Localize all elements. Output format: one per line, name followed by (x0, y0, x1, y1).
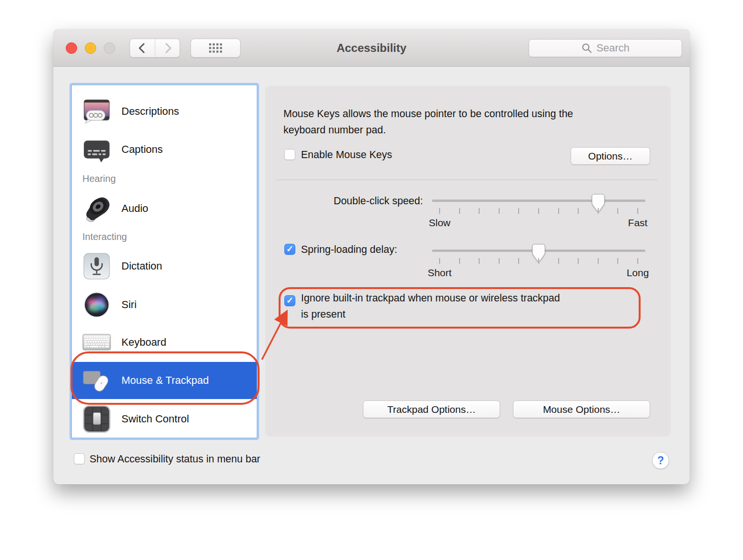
slider-tick (479, 258, 480, 264)
slider-tick (538, 208, 539, 214)
audio-icon (82, 194, 111, 223)
back-button[interactable] (130, 39, 155, 57)
slider-min-label: Short (428, 267, 452, 279)
sidebar-item-label: Switch Control (121, 413, 189, 425)
trackpad-options-button[interactable]: Trackpad Options… (363, 400, 500, 418)
sidebar-item-dictation[interactable]: Dictation (72, 248, 257, 285)
sidebar-item-descriptions[interactable]: Descriptions (72, 93, 257, 130)
slider-tick (518, 208, 519, 214)
slider-track[interactable] (432, 200, 645, 202)
navigation-buttons (130, 39, 180, 58)
slider-tick (617, 258, 618, 264)
double-click-speed-slider[interactable]: Slow Fast (432, 195, 645, 230)
sidebar-item-audio[interactable]: Audio (72, 190, 257, 227)
double-click-speed-label: Double-click speed: (265, 195, 423, 207)
ignore-builtin-trackpad-checkbox[interactable] (284, 295, 295, 306)
sidebar-section-hearing: Hearing (72, 171, 257, 186)
spring-loading-slider[interactable]: Short Long (432, 245, 645, 280)
spring-loading-label: Spring-loading delay: (301, 243, 397, 256)
sidebar-item-label: Descriptions (121, 105, 179, 118)
slider-tick (558, 208, 559, 214)
mouse-options-button[interactable]: Mouse Options… (513, 400, 650, 418)
mouse-keys-options-button[interactable]: Options… (571, 147, 650, 165)
enable-mouse-keys-label: Enable Mouse Keys (301, 149, 392, 161)
slider-min-label: Slow (429, 217, 451, 229)
spring-loading-checkbox[interactable] (284, 244, 295, 255)
slider-ticks (440, 258, 638, 264)
slider-tick (617, 208, 618, 214)
chevron-left-icon (136, 41, 149, 55)
switch-control-icon (82, 404, 111, 434)
help-question-mark: ? (657, 454, 664, 467)
slider-tick (578, 258, 579, 264)
enable-mouse-keys-checkbox[interactable] (284, 149, 295, 160)
slider-tick (499, 258, 500, 264)
slider-tick (479, 208, 480, 214)
slider-tick (598, 208, 599, 214)
sidebar-item-switch-control[interactable]: Switch Control (72, 400, 257, 438)
slider-tick (499, 208, 500, 214)
slider-max-label: Long (627, 267, 649, 279)
mouse-keys-description: Mouse Keys allows the mouse pointer to b… (283, 106, 573, 138)
sidebar-item-label: Siri (121, 299, 137, 311)
help-button[interactable]: ? (652, 452, 669, 469)
sidebar-item-label: Keyboard (121, 336, 166, 349)
slider-tick (459, 208, 460, 214)
chevron-right-icon (161, 41, 174, 55)
show-accessibility-status-label: Show Accessibility status in menu bar (90, 453, 261, 465)
ignore-builtin-trackpad-label: Ignore built-in trackpad when mouse or w… (301, 290, 560, 322)
sidebar-item-siri[interactable]: Siri (72, 286, 257, 323)
sidebar-item-label: Mouse & Trackpad (121, 374, 209, 387)
sidebar-item-label: Captions (121, 143, 163, 156)
show-accessibility-status-checkbox[interactable] (74, 453, 85, 464)
mouse-trackpad-icon (82, 366, 111, 395)
slider-tick (598, 258, 599, 264)
slider-tick (578, 208, 579, 214)
keyboard-icon (82, 328, 111, 357)
close-button[interactable] (66, 42, 77, 54)
grid-icon (209, 43, 223, 53)
sidebar-item-captions[interactable]: Captions (72, 131, 257, 168)
sidebar-item-label: Dictation (121, 260, 162, 272)
search-placeholder: Search (596, 42, 630, 54)
dictation-icon (82, 251, 111, 281)
slider-tick (558, 258, 559, 264)
title-bar: Accessibility Search (53, 30, 690, 67)
search-input[interactable]: Search (529, 39, 682, 57)
accessibility-sidebar: Descriptions Captions Hearing (71, 85, 257, 438)
slider-tick (518, 258, 519, 264)
slider-ticks (440, 208, 638, 214)
system-preferences-window: Accessibility Search (53, 30, 690, 484)
slider-tick (538, 258, 539, 264)
sidebar-item-mouse-trackpad[interactable]: Mouse & Trackpad (72, 362, 257, 399)
mouse-trackpad-pane: Mouse Keys allows the mouse pointer to b… (265, 86, 671, 437)
zoom-button (104, 42, 115, 54)
slider-tick (637, 208, 638, 214)
slider-tick (459, 258, 460, 264)
slider-tick (439, 208, 440, 214)
sidebar-item-label: Audio (121, 202, 148, 215)
slider-max-label: Fast (628, 217, 648, 229)
traffic-lights (66, 42, 115, 54)
show-all-button[interactable] (191, 39, 241, 58)
section-divider (276, 180, 657, 180)
slider-tick (439, 258, 440, 264)
sidebar-item-keyboard[interactable]: Keyboard (72, 324, 257, 361)
captions-icon (82, 135, 111, 164)
siri-icon (82, 290, 111, 320)
search-icon (581, 42, 592, 54)
forward-button[interactable] (155, 39, 180, 57)
sidebar-section-interacting: Interacting (72, 230, 257, 244)
descriptions-icon (82, 97, 111, 126)
minimize-button[interactable] (85, 42, 96, 54)
slider-tick (637, 258, 638, 264)
